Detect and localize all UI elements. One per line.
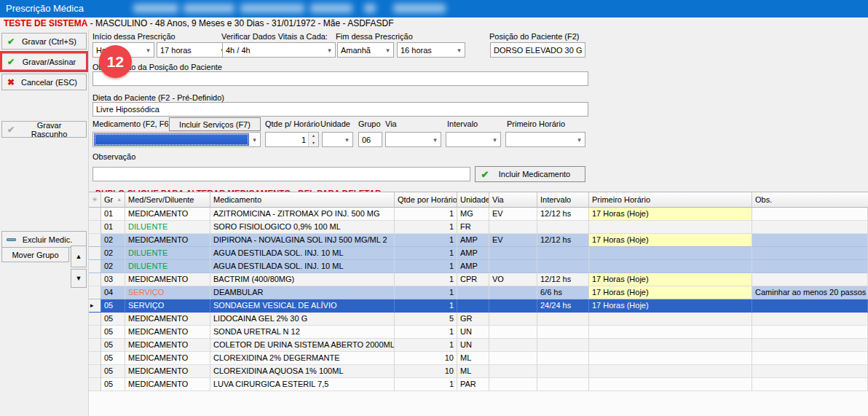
table-row[interactable]: 05MEDICAMENTOLIDOCAINA GEL 2% 30 G5GR xyxy=(89,313,868,326)
cell-first-time xyxy=(589,313,752,326)
dieta-input[interactable] xyxy=(92,102,588,117)
check-icon: ✔ xyxy=(2,36,20,47)
column-header-gr[interactable]: Gr ▲ xyxy=(101,192,125,208)
column-header-medserv[interactable]: Med/Serv/Diluente xyxy=(125,192,210,208)
cell-group: 05 xyxy=(101,365,125,378)
column-header-via[interactable]: Via xyxy=(489,192,537,208)
cell-medication: AGUA DESTILADA SOL. INJ. 10 ML xyxy=(210,247,395,260)
qtde-stepper[interactable]: 1 ▴ ▾ xyxy=(265,132,319,147)
arrow-down-icon: ▼ xyxy=(76,275,82,282)
table-row[interactable]: 05MEDICAMENTOSONDA URETRAL N 121UN xyxy=(89,326,868,339)
observacao-input[interactable] xyxy=(92,167,470,181)
move-up-button[interactable]: ▲ xyxy=(71,246,87,267)
cell-type: MEDICAMENTO xyxy=(125,352,210,365)
table-row[interactable]: 01DILUENTESORO FISIOLOGICO 0,9% 100 ML1F… xyxy=(89,221,868,234)
obs-posicao-input[interactable] xyxy=(92,71,588,86)
cell-unit: UN xyxy=(457,339,489,352)
cell-qty: 1 xyxy=(395,299,457,313)
column-header-medicamento[interactable]: Medicamento xyxy=(210,192,395,208)
cell-unit: AMP xyxy=(457,247,489,260)
chevron-down-icon: ▾ xyxy=(382,47,393,54)
cell-unit: ML xyxy=(457,352,489,365)
cell-first-time: 17 Horas (Hoje) xyxy=(589,299,752,313)
cell-group: 05 xyxy=(101,299,125,313)
table-row[interactable]: 04SERVIÇODEAMBULAR16/6 hs17 Horas (Hoje)… xyxy=(89,286,868,299)
table-row[interactable]: 05MEDICAMENTOCLOREXIDINA AQUOSA 1% 100ML… xyxy=(89,365,868,378)
column-header-obs[interactable]: Obs. xyxy=(752,192,868,208)
save-button[interactable]: ✔ Gravar (Ctrl+S) xyxy=(1,33,87,50)
move-group-button[interactable]: Mover Grupo xyxy=(1,247,69,262)
save-draft-button[interactable]: ✔ Gravar Rascunho xyxy=(1,121,87,138)
fim-time-value: 16 horas xyxy=(401,46,432,55)
row-indicator xyxy=(89,208,101,221)
intervalo-combobox[interactable]: ▾ xyxy=(446,132,501,147)
stepper-arrows[interactable]: ▴ ▾ xyxy=(308,133,318,146)
via-combobox[interactable]: ▾ xyxy=(385,132,441,147)
cell-route xyxy=(489,326,537,339)
cell-obs xyxy=(752,208,868,221)
spin-down-icon[interactable]: ▾ xyxy=(309,140,318,147)
column-header-primeiro[interactable]: Primeiro Horário xyxy=(589,192,752,208)
fim-day-value: Amanhã xyxy=(341,46,371,55)
cell-qty: 1 xyxy=(395,286,457,299)
table-row[interactable]: ▸05SERVIÇOSONDAGEM VESICAL DE ALÍVIO124/… xyxy=(89,299,868,313)
cell-obs xyxy=(752,221,868,234)
incluir-servicos-button[interactable]: Incluir Serviços (F7) xyxy=(169,117,261,131)
inicio-time-value: 17 horas xyxy=(160,46,192,55)
cell-obs xyxy=(752,352,868,365)
move-group-button-label: Mover Grupo xyxy=(2,251,68,259)
redacted-text xyxy=(310,4,352,13)
posicao-combobox[interactable]: DORSO ELEVADO 30 G ▾ xyxy=(490,42,585,58)
cell-obs xyxy=(752,299,868,313)
vitais-combobox[interactable]: 4h / 4h ▾ xyxy=(222,42,336,58)
table-row[interactable]: 05MEDICAMENTOLUVA CIRURGICA ESTERIL 7,51… xyxy=(89,378,868,391)
cell-route: VO xyxy=(489,273,537,286)
medicamento-combobox[interactable]: ▾ xyxy=(92,132,261,147)
qtde-label: Qtde p/ Horário xyxy=(265,119,320,128)
unidade-label: Unidade xyxy=(320,119,350,128)
cell-group: 02 xyxy=(101,247,125,260)
row-indicator xyxy=(89,260,101,273)
via-label: Via xyxy=(385,119,397,128)
cell-medication: LIDOCAINA GEL 2% 30 G xyxy=(210,313,395,326)
spin-up-icon[interactable]: ▴ xyxy=(309,133,318,140)
incluir-medicamento-button[interactable]: ✔ Incluir Medicamento xyxy=(475,166,585,182)
fim-time-combobox[interactable]: 16 horas ▾ xyxy=(397,42,465,58)
cell-obs xyxy=(752,247,868,260)
chevron-down-icon: ▾ xyxy=(249,136,260,144)
table-row[interactable]: 02DILUENTEAGUA DESTILADA SOL. INJ. 10 ML… xyxy=(89,247,868,260)
row-indicator-header: ✳ xyxy=(89,192,101,208)
cell-group: 04 xyxy=(101,286,125,299)
redacted-text xyxy=(364,4,376,13)
table-row[interactable]: 02MEDICAMENTODIPIRONA - NOVALGINA SOL IN… xyxy=(89,234,868,247)
cell-first-time: 17 Horas (Hoje) xyxy=(589,273,752,286)
cancel-button[interactable]: ✖ Cancelar (ESC) xyxy=(1,74,87,90)
row-indicator xyxy=(89,352,101,365)
redacted-text xyxy=(393,4,446,13)
chevron-down-icon: ▾ xyxy=(582,47,585,54)
incluir-medicamento-label: Incluir Medicamento xyxy=(494,170,585,178)
move-down-button[interactable]: ▼ xyxy=(71,269,87,288)
table-row[interactable]: 03MEDICAMENTOBACTRIM (400/80MG)1CPRVO12/… xyxy=(89,273,868,286)
cell-first-time xyxy=(589,260,752,273)
fim-day-combobox[interactable]: Amanhã ▾ xyxy=(337,42,394,58)
cell-type: DILUENTE xyxy=(125,260,210,273)
table-row[interactable]: 05MEDICAMENTOCLOREXIDINA 2% DEGERMANTE10… xyxy=(89,352,868,365)
cell-qty: 1 xyxy=(395,326,457,339)
incluir-servicos-label: Incluir Serviços (F7) xyxy=(179,120,250,129)
column-header-intervalo[interactable]: Intervalo xyxy=(537,192,589,208)
primeiro-combobox[interactable]: ▾ xyxy=(505,132,585,147)
inicio-time-combobox[interactable]: 17 horas ▾ xyxy=(157,42,229,58)
table-row[interactable]: 05MEDICAMENTOCOLETOR DE URINA SISTEMA AB… xyxy=(89,339,868,352)
grupo-input[interactable] xyxy=(358,132,382,147)
cell-qty: 1 xyxy=(395,221,457,234)
unidade-combobox[interactable]: ▾ xyxy=(322,132,353,147)
cell-type: SERVIÇO xyxy=(125,286,210,299)
column-header-qtde[interactable]: Qtde por Horário xyxy=(395,192,457,208)
cell-group: 01 xyxy=(101,221,125,234)
cell-first-time xyxy=(589,247,752,260)
table-row[interactable]: 01MEDICAMENTOAZITROMICINA - ZITROMAX PO … xyxy=(89,208,868,221)
table-row[interactable]: 02DILUENTEAGUA DESTILADA SOL. INJ. 10 ML… xyxy=(89,260,868,273)
column-header-unidade[interactable]: Unidade xyxy=(457,192,489,208)
cell-medication: SONDAGEM VESICAL DE ALÍVIO xyxy=(210,299,395,313)
